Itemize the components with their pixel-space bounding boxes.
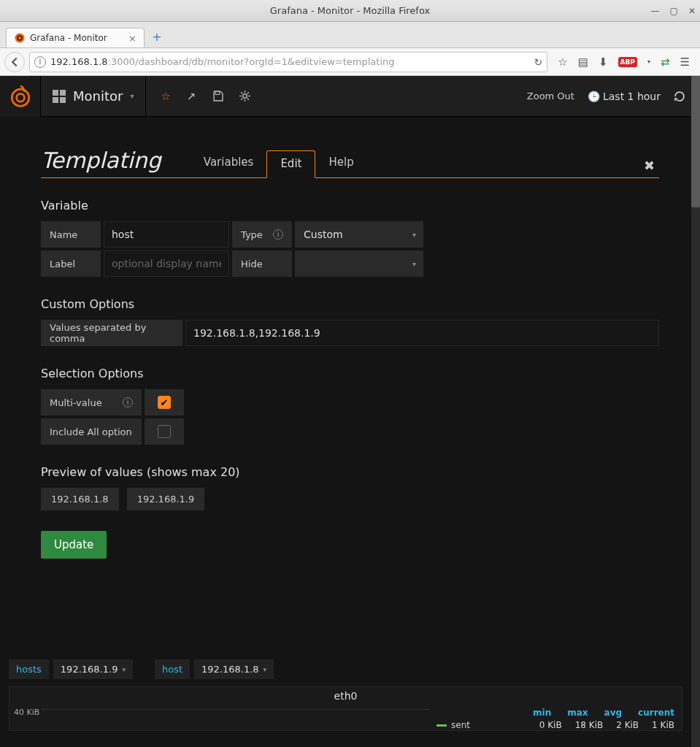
url-bar[interactable]: i 192.168.1.8:3000/dashboard/db/monitor?… [29, 52, 547, 72]
tab-variables[interactable]: Variables [191, 150, 267, 177]
svg-rect-5 [60, 90, 66, 96]
grafana-header: Monitor ▾ ☆ ↗ Zoom Out 🕒Last 1 hour [0, 76, 700, 117]
adblock-icon[interactable]: ABP [618, 57, 637, 67]
tab-close-icon[interactable]: × [128, 33, 136, 44]
values-label: Values separated by comma [41, 320, 182, 346]
panel-title: eth0 [9, 687, 682, 705]
type-help-icon[interactable]: i [273, 229, 283, 240]
svg-line-16 [241, 99, 242, 100]
legend-head-current[interactable]: current [638, 708, 674, 718]
url-text: 192.168.1.8:3000/dashboard/db/monitor?or… [50, 56, 530, 67]
svg-point-2 [12, 89, 28, 106]
include-all-label: Include All option [41, 418, 142, 445]
zoom-out-button[interactable]: Zoom Out [527, 91, 574, 101]
var-hosts-label: hosts [9, 659, 49, 679]
dashboard-title: Monitor [73, 88, 123, 104]
grafana-app: Monitor ▾ ☆ ↗ Zoom Out 🕒Last 1 hour Te [0, 76, 700, 747]
settings-gear-icon[interactable] [239, 91, 250, 101]
refresh-icon[interactable] [674, 91, 685, 102]
multivalue-label: Multi-valuei [41, 389, 142, 415]
bookmark-star-icon[interactable]: ☆ [558, 55, 567, 69]
browser-tab[interactable]: Grafana - Monitor × [6, 28, 145, 47]
label-input[interactable] [112, 258, 221, 269]
window-titlebar: Grafana - Monitor - Mozilla Firefox — ▢ … [0, 0, 700, 22]
library-icon[interactable]: ▤ [578, 55, 588, 69]
new-tab-button[interactable]: + [149, 28, 165, 45]
chart-area[interactable]: 40 KiB [9, 705, 434, 730]
hamburger-menu-icon[interactable]: ☰ [680, 55, 690, 69]
hide-select[interactable] [295, 250, 423, 277]
editor-title: Templating [41, 148, 161, 177]
clock-icon: 🕒 [588, 91, 600, 102]
svg-line-14 [241, 92, 242, 93]
name-input[interactable] [112, 229, 221, 240]
legend-head-min[interactable]: min [533, 708, 551, 718]
var-hosts-picker[interactable]: 192.168.1.9▾ [53, 659, 133, 679]
window-minimize-icon[interactable]: — [651, 6, 660, 16]
browser-navbar: i 192.168.1.8:3000/dashboard/db/monitor?… [0, 48, 700, 76]
window-maximize-icon[interactable]: ▢ [670, 6, 678, 16]
star-icon[interactable]: ☆ [161, 90, 170, 103]
hide-label: Hide [232, 250, 292, 277]
svg-rect-4 [53, 90, 58, 96]
name-label: Name [41, 221, 101, 248]
editor-close-icon[interactable]: ✖ [639, 153, 659, 177]
yaxis-tick: 40 KiB [14, 708, 39, 717]
browser-tab-title: Grafana - Monitor [30, 33, 107, 43]
values-input[interactable] [193, 327, 651, 339]
svg-point-9 [242, 94, 247, 99]
dashboard-preview: hosts 192.168.1.9▾ host 192.168.1.8▾ eth… [0, 654, 691, 747]
save-icon[interactable] [212, 91, 223, 101]
tab-help[interactable]: Help [315, 150, 366, 177]
templating-editor: Templating Variables Edit Help ✖ Variabl… [0, 117, 700, 573]
scrollbar-track[interactable] [691, 76, 700, 747]
update-button[interactable]: Update [41, 531, 107, 559]
legend-head-avg[interactable]: avg [604, 708, 623, 718]
var-host-picker[interactable]: 192.168.1.8▾ [194, 659, 274, 679]
chart-gridline [42, 709, 429, 710]
browser-tabstrip: Grafana - Monitor × + [0, 22, 700, 48]
window-title: Grafana - Monitor - Mozilla Firefox [270, 5, 430, 16]
dashboard-picker[interactable]: Monitor ▾ [41, 76, 146, 117]
sync-icon[interactable]: ⇄ [661, 55, 670, 69]
section-selection-options: Selection Options [41, 367, 659, 380]
preview-tag: 192.168.1.8 [41, 488, 119, 510]
type-label: Typei [232, 221, 292, 248]
svg-rect-6 [53, 97, 58, 103]
scrollbar-thumb[interactable] [691, 76, 700, 207]
type-select[interactable]: Custom [295, 221, 423, 248]
series-swatch-icon [436, 724, 447, 727]
svg-rect-7 [60, 97, 66, 103]
grafana-logo-icon[interactable] [0, 76, 41, 117]
legend-head-max[interactable]: max [567, 708, 588, 718]
var-host-label: host [155, 659, 190, 679]
section-custom-options: Custom Options [41, 297, 659, 311]
panel-eth0: eth0 40 KiB min max avg current sent [9, 686, 682, 731]
site-info-icon[interactable]: i [34, 56, 46, 68]
share-icon[interactable]: ↗ [187, 90, 196, 103]
svg-point-0 [15, 34, 25, 43]
section-preview: Preview of values (shows max 20) [41, 465, 659, 479]
back-button[interactable] [4, 52, 25, 72]
include-all-checkbox[interactable] [145, 418, 184, 445]
svg-line-17 [247, 92, 248, 93]
window-close-icon[interactable]: ✕ [688, 6, 696, 16]
reload-icon[interactable]: ↻ [534, 56, 543, 68]
downloads-icon[interactable]: ⬇ [599, 55, 608, 69]
dashboard-grid-icon [53, 90, 66, 103]
series-name: sent [451, 720, 470, 730]
svg-line-15 [247, 99, 248, 100]
svg-point-3 [16, 93, 24, 101]
grafana-favicon-icon [14, 32, 26, 44]
label-label: Label [41, 250, 101, 277]
multivalue-help-icon[interactable]: i [123, 397, 133, 407]
preview-tag: 192.168.1.9 [127, 488, 205, 510]
time-picker[interactable]: 🕒Last 1 hour [588, 91, 661, 102]
multivalue-checkbox[interactable]: ✔ [145, 389, 184, 415]
section-variable: Variable [41, 199, 659, 212]
tab-edit[interactable]: Edit [266, 150, 315, 178]
chevron-down-icon: ▾ [130, 92, 134, 100]
legend-series-sent[interactable]: sent 0 KiB 18 KiB 2 KiB 1 KiB [436, 720, 674, 730]
